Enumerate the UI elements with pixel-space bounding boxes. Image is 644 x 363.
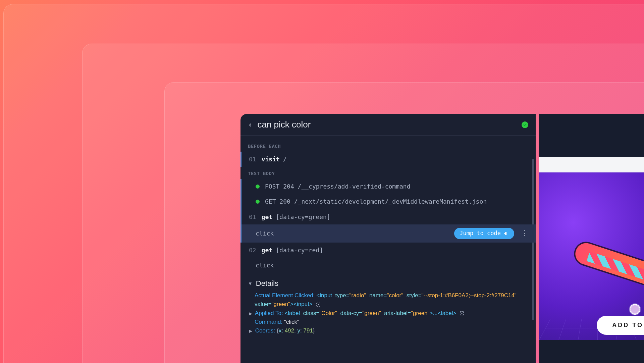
details-body: Actual Element Clicked: <input type="rad… [248, 291, 528, 335]
command-keyword: get [262, 246, 273, 254]
section-test-body: TEST BODY [240, 167, 536, 179]
command-keyword: click [256, 261, 274, 269]
svg-point-2 [462, 313, 463, 314]
request-get[interactable]: GET 200 /_next/static/development/_devMi… [240, 194, 536, 209]
target-element-icon[interactable] [459, 311, 465, 316]
hoverboard-graphic [566, 239, 644, 314]
svg-rect-0 [506, 232, 507, 235]
command-get-red[interactable]: 02 get [data-cy=red] [240, 243, 536, 258]
test-title: can pick color [257, 119, 522, 130]
section-before-each: BEFORE EACH [240, 140, 536, 152]
line-number: 01 [249, 213, 256, 221]
pass-check-icon [522, 121, 528, 128]
disclosure-triangle-icon[interactable]: ▼ [248, 281, 253, 286]
command-visit[interactable]: 01 visit / [240, 152, 536, 167]
status-dot-icon [256, 200, 260, 204]
details-heading: Details [256, 279, 278, 288]
app-preview-panel: ADD TO CA [539, 114, 644, 363]
command-arg: / [283, 155, 287, 163]
details-header[interactable]: ▼ Details [248, 279, 528, 288]
command-click[interactable]: click [240, 258, 536, 273]
details-panel: ▼ Details Actual Element Clicked: <input… [240, 273, 536, 349]
svg-point-1 [318, 304, 319, 305]
jump-icon [503, 231, 509, 236]
detail-applied-to: ▶ Applied To: <label class="Color" data-… [255, 309, 528, 318]
expand-triangle-icon[interactable]: ▶ [249, 311, 252, 316]
detail-actual-element: Actual Element Clicked: <input type="rad… [255, 291, 528, 309]
target-element-icon[interactable] [316, 302, 321, 307]
color-swatches [630, 305, 644, 314]
command-arg: [data-cy=red] [276, 246, 323, 254]
swatch-pink[interactable] [630, 305, 640, 314]
request-post[interactable]: POST 204 /__cypress/add-verified-command [240, 179, 536, 194]
line-number: 02 [249, 246, 256, 254]
status-dot-icon [256, 185, 260, 189]
command-click-selected[interactable]: click Jump to code ⋮ [240, 224, 536, 243]
expand-triangle-icon[interactable]: ▶ [249, 328, 252, 333]
runner-header: ‹ can pick color [240, 114, 536, 136]
command-arg: [data-cy=green] [276, 213, 330, 221]
runner-body: BEFORE EACH 01 visit / TEST BODY POST 20… [240, 136, 536, 363]
jump-to-code-button[interactable]: Jump to code [454, 228, 514, 239]
command-keyword: visit [262, 155, 280, 163]
hero-area: ADD TO CA [539, 172, 644, 340]
command-keyword: get [262, 213, 273, 221]
detail-coords: ▶ Coords: {x: 492, y: 791} [255, 326, 528, 335]
command-get-green[interactable]: 01 get [data-cy=green] [240, 209, 536, 224]
line-number: 01 [249, 155, 256, 163]
command-keyword: click [256, 229, 274, 238]
add-to-cart-button[interactable]: ADD TO CA [597, 316, 644, 335]
kebab-menu-icon[interactable]: ⋮ [521, 228, 528, 239]
url-bar[interactable] [539, 157, 644, 172]
detail-command: Command: "click" [255, 318, 528, 326]
back-chevron-icon[interactable]: ‹ [248, 120, 253, 129]
test-runner-panel: ‹ can pick color BEFORE EACH 01 visit / … [240, 114, 536, 363]
